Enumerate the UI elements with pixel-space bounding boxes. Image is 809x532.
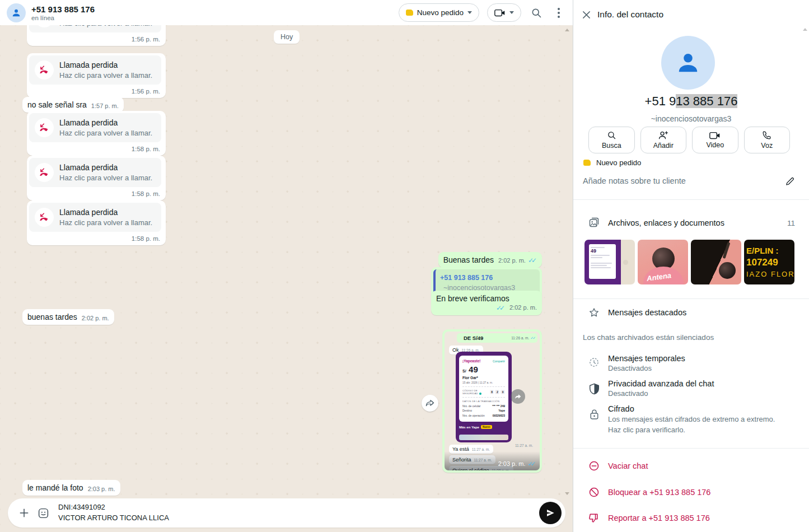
message-time: 1:58 p. m. bbox=[29, 146, 161, 152]
incoming-message[interactable]: buenas tardes2:02 p. m. bbox=[22, 309, 114, 325]
chat-header-actions: Nuevo pedido bbox=[399, 3, 566, 22]
transaction-data-label: DATOS DE LA TRANSACCIÓN bbox=[462, 400, 505, 403]
yape-receipt-card: ¡Yapeaste! Compartir S/ 49 Flor Gar* 15 … bbox=[459, 356, 508, 422]
yape-receipt-image: ¡Yapeaste! Compartir S/ 49 Flor Gar* 15 … bbox=[456, 352, 512, 442]
media-thumbnail-dark[interactable] bbox=[691, 240, 741, 284]
media-thumbnail-yape[interactable]: 49 bbox=[584, 240, 635, 284]
search-chat-button[interactable]: Busca bbox=[588, 127, 635, 153]
whatsapp-window: +51 913 885 176 en línea Nuevo pedido bbox=[0, 0, 809, 532]
block-icon bbox=[588, 486, 600, 498]
media-thumbnail-plin[interactable]: E/PLIN : 107249 IAZO FLOR bbox=[744, 240, 794, 284]
inner-message-text: DE S/49 bbox=[464, 335, 483, 341]
missed-call-subtitle: Haz clic para volver a llamar. bbox=[59, 71, 152, 80]
contact-avatar[interactable] bbox=[7, 3, 26, 22]
clear-chat-button[interactable]: Vaciar chat bbox=[608, 461, 648, 470]
incoming-message[interactable]: no sale señal sra1:57 p. m. bbox=[22, 97, 124, 113]
missed-call-title: Llamada perdida bbox=[59, 163, 152, 172]
thumbnail-dot bbox=[623, 260, 628, 265]
contact-phone-number: +51 913 885 176 bbox=[573, 94, 809, 109]
message-input[interactable]: DNI:43491092 VICTOR ARTURO TICONA LLICA bbox=[58, 502, 539, 524]
chat-scrollbar-up[interactable] bbox=[565, 29, 569, 31]
tx-key: Nro. de celular bbox=[462, 404, 481, 408]
missed-call-card: Llamada perdida Haz clic para volver a l… bbox=[29, 55, 161, 85]
media-thumbnail-antenna[interactable]: Antena bbox=[638, 240, 688, 284]
message-time: 1:56 p. m. bbox=[29, 88, 161, 95]
message-time: 1:58 p. m. bbox=[29, 190, 161, 197]
missed-call-message[interactable]: Llamada perdida Haz clic para volver a l… bbox=[27, 53, 166, 98]
block-contact-button[interactable]: Bloquear a +51 913 885 176 bbox=[608, 488, 710, 497]
video-call-button[interactable] bbox=[487, 3, 521, 22]
missed-call-message[interactable]: Llamada perdida Haz clic para volver a l… bbox=[27, 156, 166, 200]
message-time: 1:56 p. m. bbox=[29, 36, 161, 43]
inner-forward-icon bbox=[511, 389, 525, 404]
archived-chats-note: Los chats archivados están silenciados bbox=[583, 333, 714, 342]
incoming-message[interactable]: le mandé la foto2:03 p. m. bbox=[22, 480, 120, 496]
image-content[interactable]: DE S/49 11:26 a. m. ✓✓ Ok11:26 a. m. ¡Ya… bbox=[445, 332, 540, 470]
chat-scrollbar-down[interactable] bbox=[565, 492, 569, 495]
attach-button[interactable] bbox=[17, 506, 31, 520]
disappearing-messages-status: Desactivados bbox=[608, 364, 652, 372]
missed-call-icon bbox=[35, 163, 54, 182]
phone-icon bbox=[762, 130, 771, 140]
missed-call-card: Llamada perdida Haz clic para volver a l… bbox=[29, 203, 161, 232]
label-icon bbox=[406, 10, 413, 16]
panel-scrollbar-up[interactable] bbox=[803, 28, 807, 31]
person-icon bbox=[11, 7, 22, 18]
missed-call-message[interactable]: Llamada perdida Haz clic para volver a l… bbox=[27, 200, 166, 245]
contact-avatar-large[interactable] bbox=[661, 36, 715, 90]
action-label: Video bbox=[706, 141, 724, 149]
kebab-menu-icon bbox=[558, 8, 560, 18]
video-call-button[interactable]: Video bbox=[692, 127, 738, 153]
message-text: le mandé la foto bbox=[27, 483, 83, 492]
media-section-title[interactable]: Archivos, enlaces y documentos bbox=[608, 218, 724, 227]
inner-outgoing-bubble: DE S/49 11:26 a. m. ✓✓ bbox=[457, 333, 537, 343]
missed-call-message[interactable]: Llamada perdida Haz clic para volver a l… bbox=[27, 111, 166, 156]
emoji-button[interactable] bbox=[36, 506, 50, 520]
divider bbox=[573, 448, 809, 449]
disappearing-messages-row[interactable]: Mensajes temporales bbox=[608, 354, 685, 363]
thumbnail-sphere bbox=[719, 262, 736, 279]
share-label: Compartir bbox=[493, 360, 505, 363]
encryption-row[interactable]: Cifrado bbox=[608, 404, 634, 413]
advanced-privacy-row[interactable]: Privacidad avanzada del chat bbox=[608, 379, 714, 388]
outgoing-image-message[interactable]: DE S/49 11:26 a. m. ✓✓ Ok11:26 a. m. ¡Ya… bbox=[442, 329, 542, 473]
outgoing-message[interactable]: Buenas tardes2:02 p. m.✓✓ bbox=[438, 252, 542, 268]
inner-message-time: 11:27 a. m. bbox=[472, 447, 490, 451]
composer-bar: DNI:43491092 VICTOR ARTURO TICONA LLICA bbox=[0, 497, 573, 532]
message-time: 1:58 p. m. bbox=[29, 235, 161, 242]
tx-key: Destino bbox=[462, 409, 472, 412]
panel-title: Info. del contacto bbox=[597, 10, 663, 20]
forward-icon bbox=[425, 399, 434, 407]
receipt-date: 15 abr. 2026 | 11:27 a. m. bbox=[462, 381, 505, 384]
chat-title: +51 913 885 176 bbox=[31, 4, 95, 14]
missed-call-subtitle: Haz clic para volver a llamar. bbox=[59, 25, 152, 27]
chat-header-info[interactable]: +51 913 885 176 en línea bbox=[31, 4, 95, 21]
contact-handle: ~inocenciosotovargas3 bbox=[573, 114, 809, 123]
missed-call-message[interactable]: Llamada perdida Haz clic para volver a l… bbox=[27, 25, 166, 46]
forward-message-button[interactable] bbox=[422, 395, 438, 412]
edit-notes-button[interactable] bbox=[785, 176, 795, 186]
close-panel-button[interactable] bbox=[582, 10, 592, 20]
customer-notes-placeholder[interactable]: Añade notas sobre tu cliente bbox=[583, 176, 781, 185]
missed-call-title: Llamada perdida bbox=[59, 208, 152, 217]
message-list[interactable]: Hoy Llamada perdida Haz clic para volver… bbox=[0, 25, 573, 532]
search-button[interactable] bbox=[529, 6, 544, 20]
outgoing-message[interactable]: En breve verificamos2:02 p. m.✓✓ bbox=[431, 291, 542, 315]
message-time: 2:02 p. m. bbox=[498, 257, 526, 264]
message-text: En breve verificamos bbox=[436, 294, 509, 303]
missed-call-subtitle: Haz clic para volver a llamar. bbox=[59, 129, 152, 137]
report-contact-button[interactable]: Reportar a +51 913 885 176 bbox=[608, 514, 710, 522]
voice-call-button[interactable]: Voz bbox=[744, 127, 791, 153]
action-label: Voz bbox=[761, 142, 773, 150]
send-button[interactable] bbox=[539, 502, 562, 524]
action-label: Añadir bbox=[653, 142, 674, 150]
nuevo-pedido-chip[interactable]: Nuevo pedido bbox=[583, 158, 641, 167]
thumbnail-text: IAZO FLOR bbox=[746, 270, 794, 278]
nuevo-pedido-button[interactable]: Nuevo pedido bbox=[399, 3, 479, 22]
add-contact-button[interactable]: Añadir bbox=[640, 127, 687, 153]
shield-icon bbox=[588, 382, 600, 395]
thumbnail-text: E/PLIN : bbox=[746, 246, 794, 255]
menu-button[interactable] bbox=[551, 6, 566, 20]
starred-messages-row[interactable]: Mensajes destacados bbox=[608, 308, 686, 317]
pencil-icon bbox=[785, 176, 795, 186]
